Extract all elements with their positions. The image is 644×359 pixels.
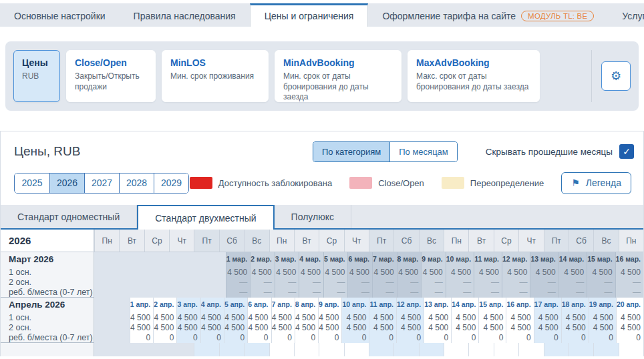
price-cell-next[interactable] — [593, 343, 618, 356]
weekday-header-cell: Вс — [244, 230, 269, 252]
price-cell-next[interactable] — [344, 343, 369, 356]
cell-value: 0 — [562, 333, 589, 343]
cell-value: 0 — [272, 333, 295, 343]
tab-basic-settings[interactable]: Основные настройки — [0, 3, 120, 27]
price-cell-mar-4[interactable]: 4 мар.4 500—— — [299, 252, 323, 298]
tab-services[interactable]: Услуги — [608, 3, 644, 27]
price-cell-mar-12[interactable]: 12 мар.4 500—— — [502, 252, 530, 298]
price-cell-apr-14[interactable]: 14 апр.4 5004 5000 — [451, 298, 478, 343]
card-maxadvbooking[interactable]: MaxAdvBookingМакс. срок от даты брониров… — [408, 50, 540, 102]
price-cell-apr-11[interactable]: 11 апр.4 5004 5000 — [369, 298, 396, 343]
price-cell-next[interactable] — [444, 343, 468, 356]
price-cell-apr-18[interactable]: 18 апр.4 5004 5000 — [561, 298, 589, 343]
cell-value: 0 — [397, 333, 424, 343]
cell-value: 4 500 — [248, 323, 271, 333]
year-tab-2029[interactable]: 2029 — [154, 173, 188, 193]
year-tab-2027[interactable]: 2027 — [84, 173, 119, 193]
cell-value: 4 500 — [295, 323, 318, 333]
price-cell-mar-2[interactable]: 2 мар.4 500—— — [250, 252, 275, 298]
price-cell-apr-10[interactable]: 10 апр.4 5004 5000 — [341, 298, 369, 343]
cell-value: 4 500 — [299, 268, 323, 278]
price-cell-next[interactable] — [393, 343, 418, 356]
next-month-label — [1, 343, 94, 356]
empty-day-cells — [94, 343, 194, 356]
year-tab-2028[interactable]: 2028 — [119, 173, 154, 193]
price-cell-next[interactable] — [494, 343, 518, 356]
price-cell-apr-2[interactable]: 2 апр.4 5004 5000 — [153, 298, 176, 343]
price-cell-mar-6[interactable]: 6 мар.4 500—— — [347, 252, 372, 298]
price-cell-apr-19[interactable]: 19 апр.4 5004 5000 — [589, 298, 616, 343]
price-cell-mar-11[interactable]: 11 мар.4 500—— — [474, 252, 502, 298]
price-cell-mar-5[interactable]: 5 мар.4 500—— — [323, 252, 348, 298]
legend-button[interactable]: ⚑ Легенда — [561, 172, 631, 194]
year-tab-2025[interactable]: 2025 — [15, 173, 49, 193]
tab-inheritance-rules[interactable]: Правила наследования — [120, 3, 250, 27]
next-month-cells — [94, 343, 643, 356]
price-cell-apr-20[interactable]: 20 апр.4 5004 5000 — [616, 298, 643, 343]
tab-tariff-site-design[interactable]: Оформление тарифа на сайтеМОДУЛЬ TL: BE — [368, 3, 608, 27]
price-cell-mar-13[interactable]: 13 мар.4 500—— — [530, 252, 558, 298]
price-cell-mar-3[interactable]: 3 мар.4 500—— — [275, 252, 299, 298]
price-cell-apr-12[interactable]: 12 апр.4 5004 5000 — [396, 298, 424, 343]
room-tab-standard-single[interactable]: Стандарт одноместный — [1, 205, 137, 228]
price-cell-mar-9[interactable]: 9 мар.4 500—— — [421, 252, 446, 298]
price-cell-next[interactable] — [194, 343, 218, 356]
price-cell-apr-8[interactable]: 8 апр.4 5004 5000 — [295, 298, 318, 343]
price-cell-next[interactable] — [518, 343, 543, 356]
price-cell-next[interactable] — [619, 343, 643, 356]
card-close-open[interactable]: Close/OpenЗакрыть/Открыть продажи — [66, 50, 156, 102]
tab-prices-restrictions[interactable]: Цены и ограничения — [250, 3, 369, 27]
price-cell-mar-7[interactable]: 7 мар.4 500—— — [372, 252, 397, 298]
price-cell-apr-3[interactable]: 3 апр.4 5004 5000 — [176, 298, 200, 343]
price-cell-next[interactable] — [294, 343, 319, 356]
price-cell-next[interactable] — [269, 343, 294, 356]
price-cell-mar-14[interactable]: 14 мар.4 500—— — [558, 252, 587, 298]
cell-value: 4 500 — [348, 268, 372, 278]
hide-past-checkbox[interactable]: ✓ — [619, 144, 634, 159]
cell-value: 0 — [319, 333, 341, 343]
cell-value: — — [251, 278, 275, 288]
settings-button[interactable]: ⚙ — [601, 61, 631, 91]
occupancy-row-label-0: 1 осн. — [1, 268, 94, 278]
price-cell-apr-16[interactable]: 16 апр.4 5004 5000 — [506, 298, 533, 343]
card-close-open-title: Close/Open — [75, 57, 147, 68]
price-cell-apr-13[interactable]: 13 апр.4 5004 5000 — [424, 298, 451, 343]
toggle-by-categories[interactable]: По категориям — [313, 142, 390, 161]
price-cell-next[interactable] — [569, 343, 593, 356]
price-cell-next[interactable] — [244, 343, 269, 356]
room-tab-junior-suite[interactable]: Полулюкс — [275, 205, 351, 228]
price-cell-mar-1[interactable]: 1 мар.4 500—— — [226, 252, 251, 298]
price-cell-apr-5[interactable]: 5 апр.4 5004 5000 — [224, 298, 247, 343]
price-cell-mar-16[interactable]: 16 мар.4 500—— — [615, 252, 643, 298]
room-tab-standard-double[interactable]: Стандарт двухместный — [137, 205, 274, 230]
cell-date-label: 15 мар. — [587, 254, 615, 264]
cell-value: 0 — [130, 333, 153, 343]
price-cell-next[interactable] — [219, 343, 244, 356]
card-minlos[interactable]: MinLOSМин. срок проживания — [162, 50, 269, 102]
price-cell-next[interactable] — [468, 343, 493, 356]
price-cell-apr-7[interactable]: 7 апр.4 5004 5000 — [271, 298, 295, 343]
cell-value: 0 — [224, 333, 247, 343]
card-minadvbooking[interactable]: MinAdvBookingМин. срок от даты бронирова… — [275, 50, 401, 102]
cell-value: — — [324, 288, 348, 298]
toggle-by-months[interactable]: По месяцам — [390, 142, 457, 161]
year-tab-2026[interactable]: 2026 — [49, 173, 84, 193]
price-cell-apr-4[interactable]: 4 апр.4 5004 5000 — [200, 298, 224, 343]
cell-date-label: 16 апр. — [506, 300, 533, 310]
price-cell-next[interactable] — [419, 343, 444, 356]
price-cell-next[interactable] — [369, 343, 393, 356]
price-cell-apr-9[interactable]: 9 апр.4 5004 5000 — [318, 298, 341, 343]
price-cell-apr-1[interactable]: 1 апр.4 5004 5000 — [130, 298, 153, 343]
price-cell-mar-15[interactable]: 15 мар.4 500—— — [587, 252, 615, 298]
price-cell-mar-10[interactable]: 10 мар.4 500—— — [446, 252, 474, 298]
price-cell-apr-17[interactable]: 17 апр.4 5004 5000 — [534, 298, 561, 343]
price-cell-next[interactable] — [544, 343, 569, 356]
card-prices[interactable]: ЦеныRUB — [13, 50, 60, 102]
price-cell-apr-15[interactable]: 15 апр.4 5004 5000 — [478, 298, 506, 343]
price-cell-mar-8[interactable]: 8 мар.4 500—— — [397, 252, 422, 298]
price-cell-next[interactable] — [319, 343, 343, 356]
cell-value: — — [530, 288, 558, 298]
price-cell-apr-6[interactable]: 6 апр.4 5004 5000 — [247, 298, 271, 343]
divider — [591, 50, 592, 102]
cell-value: 4 500 — [452, 313, 478, 323]
